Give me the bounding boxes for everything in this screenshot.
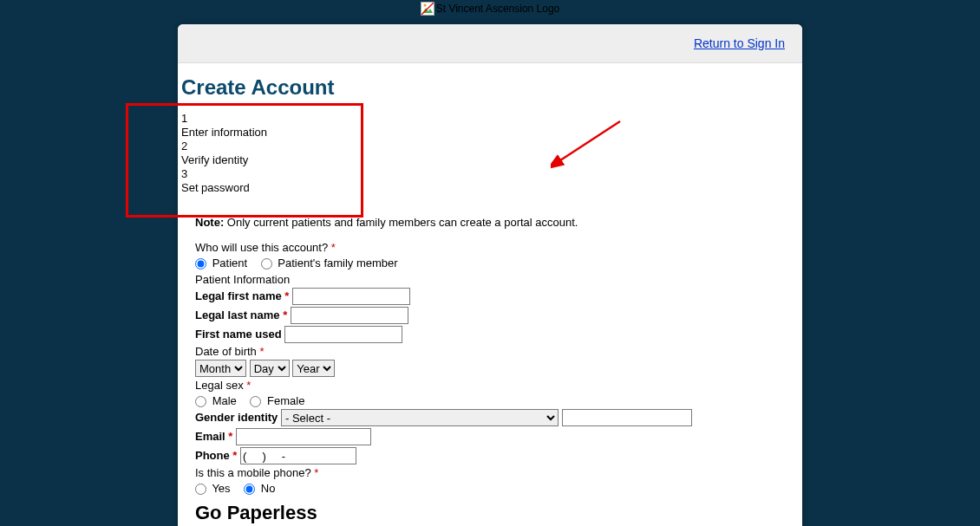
dob-label-row: Date of birth * (195, 345, 785, 358)
sex-male-radio[interactable] (195, 396, 206, 407)
legal-sex-label: Legal sex * (195, 379, 785, 392)
step-1-label: Enter information (181, 126, 802, 140)
note-bold: Note: (195, 216, 224, 229)
who-family-option[interactable]: Patient's family member (261, 257, 398, 269)
broken-image-icon: St Vincent Ascension Logo (421, 2, 560, 16)
logo-area: St Vincent Ascension Logo (0, 0, 980, 16)
card-body: Create Account 1 Enter information 2 Ver… (178, 75, 802, 526)
legal-first-input[interactable] (292, 288, 410, 305)
who-question: Who will use this account? * (195, 241, 785, 254)
legal-first-label: Legal first name * (195, 289, 289, 302)
sex-male-option[interactable]: Male (195, 394, 239, 407)
logo-alt-text: St Vincent Ascension Logo (436, 3, 560, 15)
legal-last-input[interactable] (291, 307, 408, 324)
mobile-no-radio[interactable] (244, 484, 255, 495)
step-2-num: 2 (181, 140, 802, 153)
first-used-input[interactable] (284, 326, 402, 343)
return-sign-in-link[interactable]: Return to Sign In (694, 36, 785, 50)
email-label: Email * (195, 430, 232, 443)
who-patient-option[interactable]: Patient (195, 257, 251, 269)
svg-point-2 (423, 4, 426, 7)
who-patient-radio[interactable] (195, 258, 206, 269)
note-text: Only current patients and family members… (224, 216, 578, 229)
mobile-question: Is this a mobile phone? * (195, 466, 785, 479)
step-3-num: 3 (181, 167, 802, 181)
go-paperless-heading: Go Paperless (195, 502, 785, 524)
step-1-num: 1 (181, 112, 802, 126)
first-used-label: First name used (195, 328, 282, 341)
phone-input[interactable] (240, 447, 356, 464)
gender-identity-free-input[interactable] (562, 409, 692, 426)
page-title: Create Account (181, 75, 802, 100)
main-card: Return to Sign In Create Account 1 Enter… (178, 24, 802, 526)
who-family-radio[interactable] (261, 258, 272, 269)
dob-year-select[interactable]: Year (292, 360, 335, 377)
step-2-label: Verify identity (181, 153, 802, 167)
dob-day-select[interactable]: Day (250, 360, 290, 377)
steps-block: 1 Enter information 2 Verify identity 3 … (178, 108, 802, 198)
legal-last-label: Legal last name * (195, 308, 287, 321)
sex-female-radio[interactable] (250, 396, 261, 407)
email-input[interactable] (236, 428, 371, 445)
step-3-label: Set password (181, 181, 802, 195)
mobile-yes-radio[interactable] (195, 484, 206, 495)
phone-label: Phone * (195, 449, 237, 462)
mobile-yes-option[interactable]: Yes (195, 482, 233, 495)
dob-month-select[interactable]: Month (195, 360, 246, 377)
note-line: Note: Only current patients and family m… (195, 216, 785, 229)
gender-identity-select[interactable]: - Select - (281, 409, 559, 426)
patient-info-label: Patient Information (195, 273, 785, 286)
sex-female-option[interactable]: Female (250, 394, 304, 407)
gender-identity-label: Gender identity (195, 411, 278, 424)
card-header: Return to Sign In (178, 24, 802, 63)
mobile-no-option[interactable]: No (244, 482, 275, 495)
